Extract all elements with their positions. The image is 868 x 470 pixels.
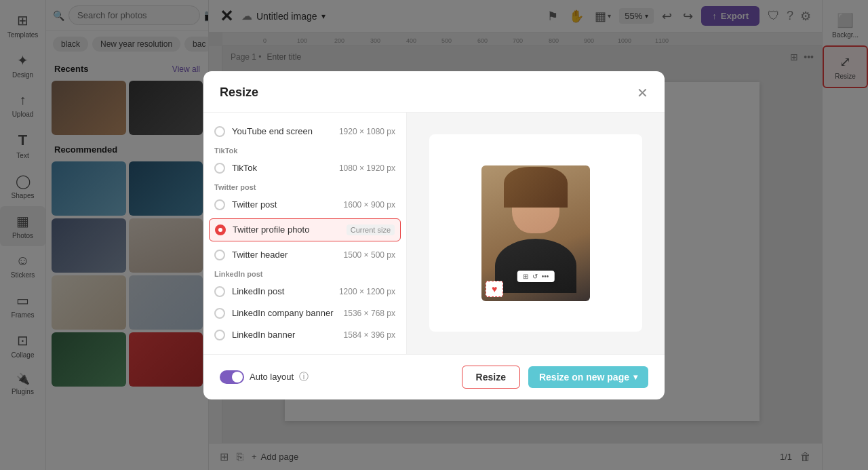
modal-item-linkedin-post[interactable]: LinkedIn post 1200 × 1200 px (203, 281, 406, 302)
modal-list: YouTube end screen 1920 × 1080 px TikTok… (203, 113, 407, 354)
section-linkedin: LinkedIn post (203, 266, 406, 281)
item-name-twitter-post: Twitter post (232, 199, 337, 210)
item-size-twitter-post: 1600 × 900 px (344, 200, 395, 210)
preview-toolbar-icon1: ⊞ (523, 273, 528, 280)
auto-layout-label: Auto layout (250, 372, 294, 382)
auto-layout-switch[interactable] (220, 370, 244, 384)
resize-modal: Resize ✕ YouTube end screen 1920 × 1080 … (203, 71, 665, 399)
radio-linkedin-company (214, 308, 225, 319)
modal-header: Resize ✕ (203, 71, 665, 113)
face-placeholder (512, 179, 559, 233)
radio-twitter-profile (215, 224, 226, 235)
preview-heart-overlay: ♥ (486, 281, 503, 297)
modal-close-button[interactable]: ✕ (637, 85, 648, 101)
modal-footer: Auto layout ⓘ Resize Resize on new page … (203, 354, 665, 399)
radio-tiktok (214, 163, 225, 174)
radio-linkedin-post (214, 286, 225, 297)
item-size-twitter-header: 1500 × 500 px (344, 250, 395, 260)
toggle-knob (232, 372, 243, 383)
item-size-tiktok: 1080 × 1920 px (339, 163, 395, 173)
preview-mini-toolbar: ⊞ ↺ ••• (517, 271, 555, 282)
auto-layout-toggle: Auto layout ⓘ (220, 370, 309, 384)
section-tiktok: TikTok (203, 142, 406, 157)
info-icon[interactable]: ⓘ (299, 371, 309, 383)
resize-on-new-label: Resize on new page (539, 372, 629, 383)
resize-dropdown-chevron: ▾ (633, 372, 637, 382)
resize-on-new-page-button[interactable]: Resize on new page ▾ (528, 366, 648, 388)
item-tag-twitter-profile: Current size (347, 224, 395, 235)
heart-icon: ♥ (492, 283, 497, 294)
item-name-youtube: YouTube end screen (232, 126, 332, 136)
preview-frame: ⊞ ↺ ••• ♥ (429, 134, 642, 332)
modal-body: YouTube end screen 1920 × 1080 px TikTok… (203, 113, 665, 354)
modal-title: Resize (220, 85, 258, 100)
resize-button[interactable]: Resize (462, 366, 520, 389)
item-name-linkedin-banner: LinkedIn banner (232, 330, 337, 340)
modal-item-tiktok[interactable]: TikTok 1080 × 1920 px (203, 157, 406, 179)
app-container: ⊞ Templates ✦ Design ↑ Upload T Text ◯ S… (0, 0, 868, 470)
item-name-twitter-profile: Twitter profile photo (233, 224, 340, 235)
radio-twitter-header (214, 250, 225, 260)
item-size-linkedin-post: 1200 × 1200 px (339, 287, 395, 296)
modal-preview: ⊞ ↺ ••• ♥ (407, 113, 665, 354)
item-size-linkedin-banner: 1584 × 396 px (344, 330, 395, 340)
item-size-youtube: 1920 × 1080 px (339, 127, 395, 136)
modal-item-linkedin-banner[interactable]: LinkedIn banner 1584 × 396 px (203, 324, 406, 346)
item-name-tiktok: TikTok (232, 163, 332, 173)
preview-toolbar-icon2: ↺ (532, 273, 538, 280)
item-name-twitter-header: Twitter header (232, 250, 337, 260)
radio-linkedin-banner (214, 330, 225, 340)
modal-item-linkedin-company[interactable]: LinkedIn company banner 1536 × 768 px (203, 302, 406, 324)
item-name-linkedin-company: LinkedIn company banner (232, 308, 337, 318)
modal-overlay[interactable]: Resize ✕ YouTube end screen 1920 × 1080 … (0, 0, 868, 470)
modal-item-twitter-post[interactable]: Twitter post 1600 × 900 px (203, 194, 406, 216)
item-size-linkedin-company: 1536 × 768 px (344, 309, 395, 318)
section-twitter-post: Twitter post (203, 179, 406, 194)
preview-toolbar-dots: ••• (542, 273, 549, 280)
radio-twitter-post (214, 199, 225, 210)
item-name-linkedin-post: LinkedIn post (232, 286, 332, 296)
modal-item-twitter-profile[interactable]: Twitter profile photo Current size (209, 218, 401, 241)
modal-item-youtube[interactable]: YouTube end screen 1920 × 1080 px (203, 121, 406, 142)
modal-item-twitter-header[interactable]: Twitter header 1500 × 500 px (203, 244, 406, 266)
radio-youtube (214, 126, 225, 137)
preview-image: ⊞ ↺ ••• ♥ (481, 165, 590, 301)
